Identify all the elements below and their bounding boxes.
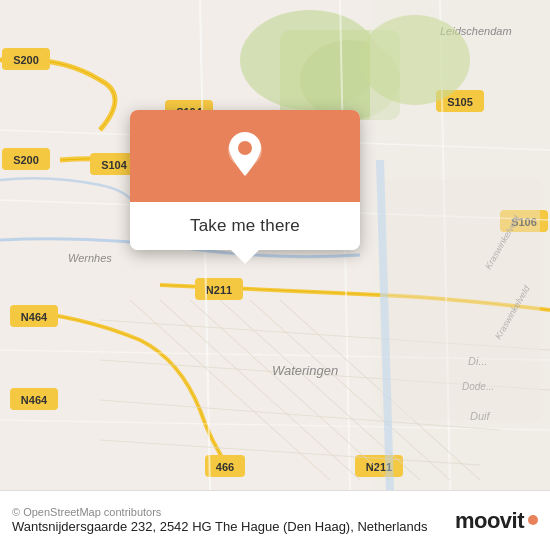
svg-point-47 bbox=[360, 15, 470, 105]
svg-text:S200: S200 bbox=[13, 154, 39, 166]
copyright-text: © OpenStreetMap contributors bbox=[12, 506, 428, 518]
svg-text:S200: S200 bbox=[13, 54, 39, 66]
svg-point-50 bbox=[238, 141, 252, 155]
location-pin-icon bbox=[225, 132, 265, 180]
svg-text:466: 466 bbox=[216, 461, 234, 473]
svg-text:N464: N464 bbox=[21, 394, 48, 406]
svg-text:S105: S105 bbox=[447, 96, 473, 108]
svg-text:S104: S104 bbox=[101, 159, 128, 171]
take-me-there-button[interactable]: Take me there bbox=[130, 202, 360, 250]
footer: © OpenStreetMap contributors Wantsnijder… bbox=[0, 490, 550, 550]
svg-text:Wernhes: Wernhes bbox=[68, 252, 112, 264]
popup-pin-area bbox=[130, 110, 360, 202]
svg-text:N464: N464 bbox=[21, 311, 48, 323]
moovit-logo-dot bbox=[528, 515, 538, 525]
moovit-logo: moovit bbox=[455, 508, 538, 534]
footer-left: © OpenStreetMap contributors Wantsnijder… bbox=[12, 504, 428, 536]
moovit-logo-text: moovit bbox=[455, 508, 524, 534]
address-text: Wantsnijdersgaarde 232, 2542 HG The Hagu… bbox=[12, 518, 428, 536]
svg-rect-46 bbox=[380, 180, 540, 420]
location-popup: Take me there bbox=[130, 110, 360, 250]
map-container: S104 S104 S200 S200 S105 S106 N211 N211 … bbox=[0, 0, 550, 490]
svg-text:Wateringen: Wateringen bbox=[272, 363, 338, 378]
svg-text:N211: N211 bbox=[206, 284, 232, 296]
